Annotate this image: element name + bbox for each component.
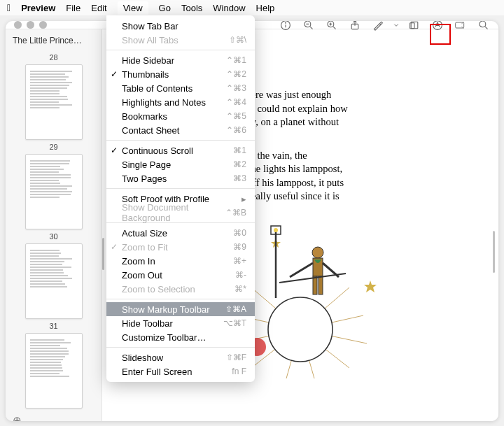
- close-button[interactable]: [14, 21, 22, 29]
- app-name-menu[interactable]: Preview: [21, 3, 55, 13]
- menu-item-label: Continuous Scroll: [122, 145, 193, 156]
- menu-item-highlights-and-notes[interactable]: Highlights and Notes⌃⌘4: [106, 95, 255, 109]
- svg-point-16: [479, 21, 486, 27]
- menu-view[interactable]: View: [118, 1, 148, 15]
- shortcut-label: ⌘2: [233, 159, 246, 169]
- menu-go[interactable]: Go: [159, 3, 171, 13]
- document-title: The Little Prince…: [6, 29, 102, 52]
- menu-item-thumbnails[interactable]: ✓Thumbnails⌃⌘2: [106, 67, 255, 81]
- sidebar-scrollbar[interactable]: [102, 238, 104, 270]
- rotate-icon[interactable]: [407, 21, 422, 33]
- shortcut-label: ⌃⌘6: [226, 125, 246, 135]
- menu-item-label: Zoom to Fit: [122, 242, 168, 253]
- shortcut-label: ⇧⌘\: [229, 35, 246, 45]
- thumbnail-list[interactable]: 28293031: [6, 52, 102, 410]
- thumbnail-page-number: 28: [49, 53, 57, 62]
- menu-item-show-tab-bar[interactable]: Show Tab Bar: [106, 19, 255, 33]
- apple-menu[interactable]: : [7, 2, 10, 13]
- menu-item-label: Zoom to Selection: [122, 284, 195, 294]
- submenu-arrow-icon: ▸: [241, 194, 246, 204]
- add-page-button[interactable]: ⊕: [6, 410, 102, 421]
- svg-line-7: [333, 26, 336, 29]
- menu-item-hide-toolbar[interactable]: Hide Toolbar⌥⌘T: [106, 316, 255, 330]
- shortcut-label: ⌃⌘4: [226, 97, 246, 107]
- menu-item-zoom-to-fit: ✓Zoom to Fit⌘9: [106, 240, 255, 254]
- menu-item-hide-sidebar[interactable]: Hide Sidebar⌃⌘1: [106, 53, 255, 67]
- menu-item-label: Two Pages: [122, 173, 167, 184]
- menu-item-single-page[interactable]: Single Page⌘2: [106, 157, 255, 171]
- shortcut-label: ⌘*: [234, 284, 246, 294]
- shortcut-label: ⌃⌘2: [226, 69, 246, 79]
- menu-help[interactable]: Help: [256, 3, 275, 13]
- svg-rect-36: [318, 276, 323, 294]
- menu-item-label: Enter Full Screen: [122, 367, 192, 377]
- zoom-in-icon[interactable]: [324, 21, 340, 33]
- menu-item-label: Contact Sheet: [122, 125, 179, 136]
- svg-line-17: [485, 26, 488, 29]
- menu-item-two-pages[interactable]: Two Pages⌘3: [106, 171, 255, 185]
- thumbnail-page-number: 31: [49, 322, 57, 330]
- menu-edit[interactable]: Edit: [91, 3, 106, 13]
- menu-item-label: Slideshow: [122, 353, 163, 363]
- menu-item-label: Bookmarks: [122, 111, 167, 122]
- shortcut-label: ⌥⌘T: [223, 318, 246, 328]
- menu-item-zoom-out[interactable]: Zoom Out⌘-: [106, 268, 255, 282]
- thumbnail-page[interactable]: [25, 154, 83, 229]
- menu-item-slideshow[interactable]: Slideshow⇧⌘F: [106, 350, 255, 364]
- svg-line-37: [290, 263, 313, 277]
- shortcut-label: ⇧⌘A: [225, 304, 246, 314]
- menu-item-zoom-to-selection: Zoom to Selection⌘*: [106, 282, 255, 296]
- shortcut-label: ⌃⌘3: [226, 83, 246, 93]
- traffic-lights: [6, 21, 47, 29]
- share-icon[interactable]: [347, 21, 363, 33]
- form-icon[interactable]: [453, 21, 468, 33]
- menu-window[interactable]: Window: [213, 3, 245, 13]
- toolbar: [278, 21, 491, 29]
- menu-item-show-markup-toolbar[interactable]: Show Markup Toolbar⇧⌘A: [106, 302, 255, 316]
- shortcut-label: ⌘-: [235, 270, 246, 280]
- shortcut-label: ⌘9: [233, 242, 246, 252]
- highlight-icon[interactable]: [370, 21, 386, 33]
- svg-rect-35: [313, 276, 317, 294]
- thumbnail-sidebar: The Little Prince… 28293031 ⊕: [6, 29, 102, 421]
- svg-rect-13: [410, 22, 414, 28]
- menu-item-label: Highlights and Notes: [122, 97, 206, 108]
- menu-item-bookmarks[interactable]: Bookmarks⌃⌘5: [106, 109, 255, 123]
- zoom-out-icon[interactable]: [301, 21, 316, 33]
- menu-item-table-of-contents[interactable]: Table of Contents⌃⌘3: [106, 81, 255, 95]
- search-icon[interactable]: [476, 21, 491, 33]
- chevron-down-icon[interactable]: [393, 21, 399, 33]
- svg-point-33: [312, 247, 323, 258]
- thumbnail-page[interactable]: [25, 64, 83, 140]
- menu-item-label: Thumbnails: [122, 69, 169, 80]
- menu-item-contact-sheet[interactable]: Contact Sheet⌃⌘6: [106, 123, 255, 137]
- system-menubar:  Preview File Edit View Go Tools Window…: [0, 0, 504, 15]
- menu-item-label: Show All Tabs: [122, 35, 178, 45]
- menu-item-zoom-in[interactable]: Zoom In⌘+: [106, 254, 255, 268]
- svg-line-4: [310, 26, 313, 29]
- minimize-button[interactable]: [27, 21, 34, 29]
- menu-item-label: Show Tab Bar: [122, 21, 178, 31]
- svg-point-29: [268, 297, 332, 362]
- menu-file[interactable]: File: [66, 3, 80, 13]
- menu-item-customize-toolbar[interactable]: Customize Toolbar…: [106, 330, 255, 344]
- shortcut-label: ⌘+: [233, 256, 246, 266]
- menu-item-actual-size[interactable]: Actual Size⌘0: [106, 226, 255, 240]
- svg-point-2: [286, 22, 286, 23]
- shortcut-label: ⌃⌘1: [226, 55, 246, 65]
- svg-point-32: [274, 228, 278, 232]
- fullscreen-button[interactable]: [39, 21, 47, 29]
- shortcut-label: ⌘1: [233, 145, 246, 155]
- shortcut-label: fn F: [232, 367, 246, 376]
- thumbnail-page-number: 29: [49, 143, 57, 151]
- menu-item-label: Show Markup Toolbar: [122, 304, 210, 315]
- menu-item-continuous-scroll[interactable]: ✓Continuous Scroll⌘1: [106, 143, 255, 157]
- info-icon[interactable]: [278, 21, 293, 33]
- menu-tools[interactable]: Tools: [181, 3, 202, 13]
- thumbnail-page[interactable]: [25, 333, 83, 409]
- content-scrollbar[interactable]: [493, 231, 495, 273]
- menu-item-enter-full-screen[interactable]: Enter Full Screenfn F: [106, 364, 255, 378]
- thumbnail-page[interactable]: [25, 243, 83, 319]
- menu-item-label: Actual Size: [122, 228, 167, 239]
- shortcut-label: ⌃⌘5: [226, 111, 246, 121]
